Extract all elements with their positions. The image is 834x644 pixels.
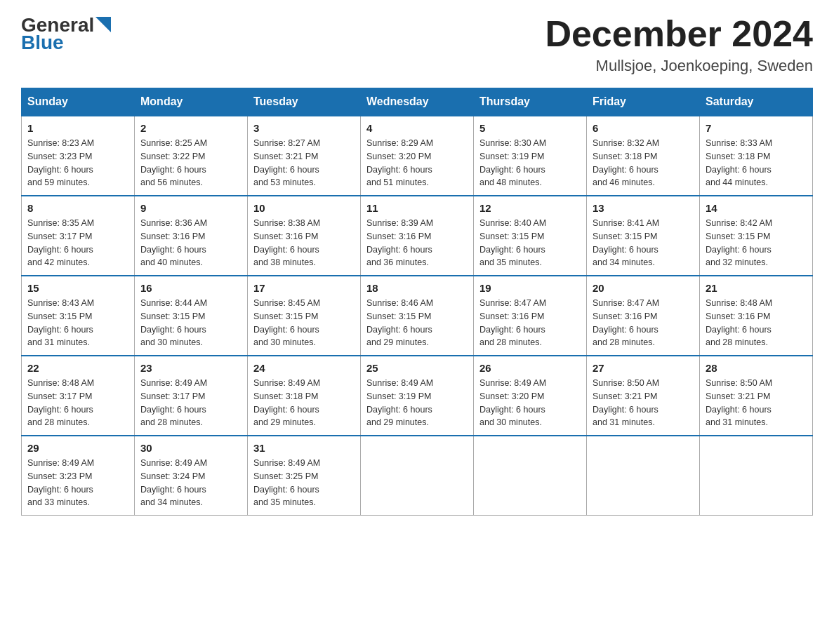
day-info: Sunrise: 8:48 AM Sunset: 3:17 PM Dayligh… [27, 377, 128, 429]
day-info: Sunrise: 8:39 AM Sunset: 3:16 PM Dayligh… [366, 217, 468, 269]
table-row: 15 Sunrise: 8:43 AM Sunset: 3:15 PM Dayl… [22, 276, 135, 356]
day-info: Sunrise: 8:49 AM Sunset: 3:24 PM Dayligh… [140, 457, 241, 509]
table-row: 6 Sunrise: 8:32 AM Sunset: 3:18 PM Dayli… [587, 116, 700, 196]
day-number: 4 [366, 122, 468, 134]
table-row: 22 Sunrise: 8:48 AM Sunset: 3:17 PM Dayl… [22, 356, 135, 436]
table-row: 29 Sunrise: 8:49 AM Sunset: 3:23 PM Dayl… [22, 436, 135, 516]
table-row: 3 Sunrise: 8:27 AM Sunset: 3:21 PM Dayli… [248, 116, 361, 196]
day-number: 22 [27, 362, 128, 374]
table-row [700, 436, 813, 516]
day-info: Sunrise: 8:38 AM Sunset: 3:16 PM Dayligh… [253, 217, 355, 269]
day-info: Sunrise: 8:49 AM Sunset: 3:25 PM Dayligh… [253, 457, 355, 509]
day-info: Sunrise: 8:43 AM Sunset: 3:15 PM Dayligh… [27, 297, 128, 349]
day-info: Sunrise: 8:48 AM Sunset: 3:16 PM Dayligh… [706, 297, 807, 349]
day-number: 26 [479, 362, 581, 374]
day-info: Sunrise: 8:47 AM Sunset: 3:16 PM Dayligh… [593, 297, 694, 349]
day-number: 1 [27, 122, 128, 134]
day-number: 31 [253, 442, 355, 454]
table-row: 14 Sunrise: 8:42 AM Sunset: 3:15 PM Dayl… [700, 196, 813, 276]
logo: General Blue [21, 14, 111, 52]
day-number: 30 [140, 442, 241, 454]
day-info: Sunrise: 8:35 AM Sunset: 3:17 PM Dayligh… [27, 217, 128, 269]
table-row: 30 Sunrise: 8:49 AM Sunset: 3:24 PM Dayl… [135, 436, 248, 516]
table-row: 1 Sunrise: 8:23 AM Sunset: 3:23 PM Dayli… [22, 116, 135, 196]
svg-marker-0 [95, 17, 111, 32]
calendar-week-2: 8 Sunrise: 8:35 AM Sunset: 3:17 PM Dayli… [22, 196, 813, 276]
table-row: 23 Sunrise: 8:49 AM Sunset: 3:17 PM Dayl… [135, 356, 248, 436]
day-info: Sunrise: 8:30 AM Sunset: 3:19 PM Dayligh… [479, 137, 581, 189]
day-number: 5 [479, 122, 581, 134]
day-info: Sunrise: 8:23 AM Sunset: 3:23 PM Dayligh… [27, 137, 128, 189]
day-number: 20 [593, 282, 694, 294]
day-number: 15 [27, 282, 128, 294]
day-info: Sunrise: 8:50 AM Sunset: 3:21 PM Dayligh… [593, 377, 694, 429]
col-saturday: Saturday [700, 88, 813, 116]
day-number: 25 [366, 362, 468, 374]
col-sunday: Sunday [22, 88, 135, 116]
day-info: Sunrise: 8:29 AM Sunset: 3:20 PM Dayligh… [366, 137, 468, 189]
day-number: 28 [706, 362, 807, 374]
day-number: 18 [366, 282, 468, 294]
calendar-week-4: 22 Sunrise: 8:48 AM Sunset: 3:17 PM Dayl… [22, 356, 813, 436]
day-number: 14 [706, 202, 807, 214]
calendar-table: Sunday Monday Tuesday Wednesday Thursday… [21, 88, 813, 516]
day-number: 3 [253, 122, 355, 134]
day-info: Sunrise: 8:27 AM Sunset: 3:21 PM Dayligh… [253, 137, 355, 189]
day-number: 2 [140, 122, 241, 134]
day-info: Sunrise: 8:49 AM Sunset: 3:19 PM Dayligh… [366, 377, 468, 429]
table-row: 24 Sunrise: 8:49 AM Sunset: 3:18 PM Dayl… [248, 356, 361, 436]
day-info: Sunrise: 8:41 AM Sunset: 3:15 PM Dayligh… [593, 217, 694, 269]
day-number: 13 [593, 202, 694, 214]
day-number: 8 [27, 202, 128, 214]
table-row: 31 Sunrise: 8:49 AM Sunset: 3:25 PM Dayl… [248, 436, 361, 516]
calendar-header-row: Sunday Monday Tuesday Wednesday Thursday… [22, 88, 813, 116]
day-number: 12 [479, 202, 581, 214]
col-tuesday: Tuesday [248, 88, 361, 116]
table-row: 26 Sunrise: 8:49 AM Sunset: 3:20 PM Dayl… [474, 356, 587, 436]
logo-blue-text: Blue [21, 32, 64, 53]
day-info: Sunrise: 8:46 AM Sunset: 3:15 PM Dayligh… [366, 297, 468, 349]
day-info: Sunrise: 8:33 AM Sunset: 3:18 PM Dayligh… [706, 137, 807, 189]
table-row: 10 Sunrise: 8:38 AM Sunset: 3:16 PM Dayl… [248, 196, 361, 276]
table-row: 16 Sunrise: 8:44 AM Sunset: 3:15 PM Dayl… [135, 276, 248, 356]
day-number: 27 [593, 362, 694, 374]
table-row: 20 Sunrise: 8:47 AM Sunset: 3:16 PM Dayl… [587, 276, 700, 356]
day-number: 17 [253, 282, 355, 294]
table-row [474, 436, 587, 516]
table-row: 19 Sunrise: 8:47 AM Sunset: 3:16 PM Dayl… [474, 276, 587, 356]
day-info: Sunrise: 8:47 AM Sunset: 3:16 PM Dayligh… [479, 297, 581, 349]
day-number: 6 [593, 122, 694, 134]
col-monday: Monday [135, 88, 248, 116]
table-row: 25 Sunrise: 8:49 AM Sunset: 3:19 PM Dayl… [361, 356, 474, 436]
col-wednesday: Wednesday [361, 88, 474, 116]
day-info: Sunrise: 8:49 AM Sunset: 3:17 PM Dayligh… [140, 377, 241, 429]
day-info: Sunrise: 8:45 AM Sunset: 3:15 PM Dayligh… [253, 297, 355, 349]
calendar-week-5: 29 Sunrise: 8:49 AM Sunset: 3:23 PM Dayl… [22, 436, 813, 516]
table-row: 18 Sunrise: 8:46 AM Sunset: 3:15 PM Dayl… [361, 276, 474, 356]
day-number: 21 [706, 282, 807, 294]
calendar-title: December 2024 [545, 14, 813, 54]
calendar-week-1: 1 Sunrise: 8:23 AM Sunset: 3:23 PM Dayli… [22, 116, 813, 196]
table-row: 28 Sunrise: 8:50 AM Sunset: 3:21 PM Dayl… [700, 356, 813, 436]
calendar-subtitle: Mullsjoe, Joenkoeping, Sweden [545, 57, 813, 75]
col-friday: Friday [587, 88, 700, 116]
table-row: 17 Sunrise: 8:45 AM Sunset: 3:15 PM Dayl… [248, 276, 361, 356]
table-row: 9 Sunrise: 8:36 AM Sunset: 3:16 PM Dayli… [135, 196, 248, 276]
day-number: 16 [140, 282, 241, 294]
day-info: Sunrise: 8:44 AM Sunset: 3:15 PM Dayligh… [140, 297, 241, 349]
table-row [361, 436, 474, 516]
table-row: 2 Sunrise: 8:25 AM Sunset: 3:22 PM Dayli… [135, 116, 248, 196]
table-row: 13 Sunrise: 8:41 AM Sunset: 3:15 PM Dayl… [587, 196, 700, 276]
logo-arrow-icon [95, 17, 111, 32]
day-number: 7 [706, 122, 807, 134]
day-info: Sunrise: 8:32 AM Sunset: 3:18 PM Dayligh… [593, 137, 694, 189]
day-info: Sunrise: 8:49 AM Sunset: 3:20 PM Dayligh… [479, 377, 581, 429]
table-row: 4 Sunrise: 8:29 AM Sunset: 3:20 PM Dayli… [361, 116, 474, 196]
table-row: 21 Sunrise: 8:48 AM Sunset: 3:16 PM Dayl… [700, 276, 813, 356]
day-number: 11 [366, 202, 468, 214]
day-info: Sunrise: 8:50 AM Sunset: 3:21 PM Dayligh… [706, 377, 807, 429]
col-thursday: Thursday [474, 88, 587, 116]
table-row: 5 Sunrise: 8:30 AM Sunset: 3:19 PM Dayli… [474, 116, 587, 196]
day-info: Sunrise: 8:42 AM Sunset: 3:15 PM Dayligh… [706, 217, 807, 269]
day-info: Sunrise: 8:25 AM Sunset: 3:22 PM Dayligh… [140, 137, 241, 189]
